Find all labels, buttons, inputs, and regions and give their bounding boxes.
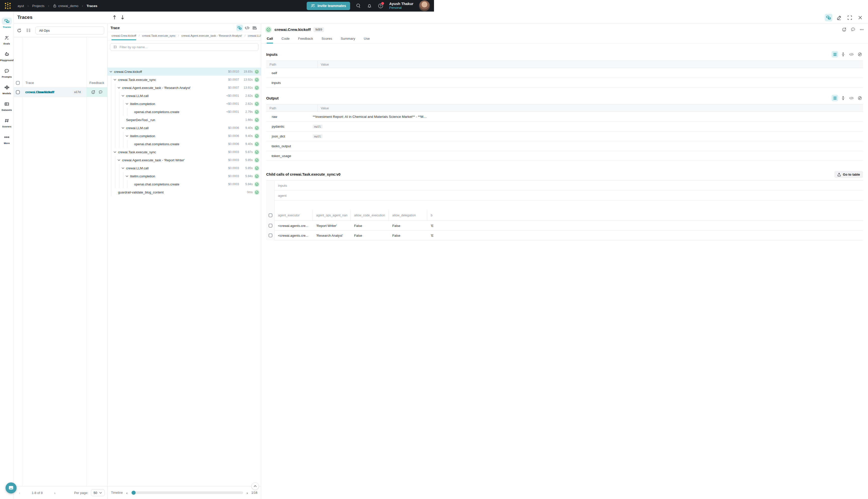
detail-tab[interactable]: Scores xyxy=(322,37,332,44)
chevron-right-icon[interactable]: › xyxy=(266,145,272,147)
prev-call-arrow-icon[interactable] xyxy=(112,14,117,20)
chevron-right-icon[interactable]: › xyxy=(266,154,272,157)
call-tree-row[interactable]: litellm.completion $0.0006 9.40s xyxy=(108,132,261,140)
chevron-down-icon[interactable] xyxy=(113,79,117,81)
call-duration: 13.91s xyxy=(241,86,253,89)
input-row[interactable]: › inputs xyxy=(266,78,434,88)
chevron-down-icon[interactable] xyxy=(113,151,117,153)
detail-tab[interactable]: Summary xyxy=(340,37,355,44)
call-tree-row[interactable]: litellm.completion <$0.0001 2.82s xyxy=(108,100,261,108)
call-tree-row[interactable]: crewai.Agent.execute_task - 'Research An… xyxy=(108,84,261,92)
row-checkbox[interactable] xyxy=(16,90,20,94)
avatar[interactable] xyxy=(419,0,430,11)
call-tree-row[interactable]: crewai.Task.execute_sync $0.0003 5.87s xyxy=(108,148,261,156)
child-call-row[interactable]: <crewai.agents.cre... 'Report Writer' Fa… xyxy=(266,221,434,231)
select-all-checkbox[interactable] xyxy=(16,81,20,85)
chevron-right-icon[interactable]: › xyxy=(266,71,272,74)
output-row[interactable]: › raw **Investment Report: AI in Chemica… xyxy=(266,112,434,122)
chevron-down-icon[interactable] xyxy=(110,71,113,73)
chevron-right-icon[interactable]: › xyxy=(266,81,272,84)
sidebar-item-playground[interactable]: Playground xyxy=(0,48,14,64)
call-cost: <$0.0001 xyxy=(226,102,239,106)
chevron-down-icon[interactable] xyxy=(122,167,126,169)
output-row[interactable]: › json_dict null xyxy=(266,131,434,141)
column-header[interactable]: b xyxy=(427,210,434,221)
wandb-logo-icon[interactable] xyxy=(4,2,12,10)
status-success-icon xyxy=(254,109,259,114)
ops-filter-dropdown[interactable]: All Ops xyxy=(35,26,104,34)
detail-tab[interactable]: Code xyxy=(282,37,289,44)
row-checkbox[interactable] xyxy=(269,233,272,237)
chevron-down-icon[interactable] xyxy=(122,95,126,97)
tree-view-button[interactable] xyxy=(236,25,243,31)
call-breadcrumb-tab[interactable]: crewai.Crew.kickoff xyxy=(112,34,136,40)
call-tree-row[interactable]: litellm.completion $0.0003 5.84s xyxy=(108,172,261,180)
invite-teammates-button[interactable]: Invite teammates xyxy=(307,2,350,10)
column-header[interactable]: agent_executor xyxy=(274,210,313,221)
call-tree-row[interactable]: SerperDevTool._run 1.66s xyxy=(108,116,261,124)
output-row[interactable]: › tasks_output xyxy=(266,141,434,151)
breadcrumb-entity[interactable]: ayut xyxy=(17,4,24,8)
chevron-down-icon[interactable] xyxy=(117,159,122,161)
output-row[interactable]: › pydantic null xyxy=(266,122,434,131)
call-tree-row[interactable]: guardrail-validate_blog_content 0ms xyxy=(108,188,261,196)
flame-graph-button[interactable] xyxy=(251,25,258,31)
chevron-down-icon[interactable] xyxy=(126,135,129,137)
trace-table-row[interactable]: crewai.Crew.kickoff a17d xyxy=(14,87,107,97)
call-tree-row[interactable]: crewai.LLM.call <$0.0001 2.82s xyxy=(108,92,261,100)
chevron-down-icon[interactable] xyxy=(122,127,126,129)
column-header[interactable]: allow_code_execution xyxy=(351,210,389,221)
notifications-bell-icon[interactable] xyxy=(367,3,372,9)
call-breadcrumb-tab[interactable]: crewai.Task.execute_sync xyxy=(136,34,176,40)
call-tree-row[interactable]: crewai.Agent.execute_task - 'Report Writ… xyxy=(108,156,261,164)
call-tree-row[interactable]: crewai.Task.execute_sync $0.0007 13.92s xyxy=(108,76,261,84)
row-checkbox[interactable] xyxy=(269,223,272,227)
status-success-icon xyxy=(254,166,259,171)
trace-section-title: Trace xyxy=(111,26,120,30)
detail-tab[interactable]: Feedback xyxy=(298,37,313,44)
child-call-row[interactable]: <crewai.agents.cre... 'Research Analyst'… xyxy=(266,231,434,241)
call-tree-row[interactable]: openai.chat.completions.create <$0.0001 … xyxy=(108,108,261,116)
select-all-checkbox[interactable] xyxy=(269,213,272,217)
call-tree-row[interactable]: openai.chat.completions.create $0.0006 9… xyxy=(108,140,261,148)
breadcrumb-separator: › xyxy=(82,4,83,8)
columns-filter-icon[interactable] xyxy=(26,28,31,33)
chevron-down-icon[interactable] xyxy=(126,175,129,177)
column-header[interactable]: agent_ops_agent_nan xyxy=(313,210,351,221)
sidebar-item-more[interactable]: More xyxy=(0,131,14,147)
call-tree-row[interactable]: crewai.LLM.call $0.0003 5.85s xyxy=(108,164,261,172)
sidebar-item-models[interactable]: Models xyxy=(0,81,14,97)
sidebar-item-datasets[interactable]: Datasets xyxy=(0,97,14,114)
chevron-down-icon[interactable] xyxy=(126,103,129,105)
call-breadcrumb-tab[interactable]: crewai.LLM.cal xyxy=(242,34,261,40)
sidebar-item-evals[interactable]: Evals xyxy=(0,31,14,48)
next-call-arrow-icon[interactable] xyxy=(120,14,125,20)
trace-link[interactable]: crewai.Crew.kickoff xyxy=(25,90,72,94)
status-success-icon xyxy=(254,190,259,195)
call-tree-row[interactable]: crewai.LLM.call $0.0006 9.40s xyxy=(108,124,261,132)
user-menu[interactable]: Ayush Thakur Personal xyxy=(389,1,413,10)
help-icon[interactable] xyxy=(378,3,383,9)
call-cost: $0.0003 xyxy=(228,182,239,186)
sidebar-item-traces[interactable]: Traces xyxy=(0,15,14,31)
sidebar-item-prompts[interactable]: Prompts xyxy=(0,64,14,81)
op-filter-input[interactable] xyxy=(120,45,255,49)
call-tree-row[interactable]: openai.chat.completions.create $0.0003 5… xyxy=(108,180,261,188)
code-view-button[interactable] xyxy=(244,25,250,31)
call-breadcrumb-tab[interactable]: crewai.Agent.execute_task - 'Research An… xyxy=(176,34,242,40)
input-row[interactable]: › self xyxy=(266,68,434,78)
detail-tab[interactable]: Use xyxy=(364,37,370,44)
detail-tab[interactable]: Call xyxy=(267,37,273,44)
breadcrumb-project[interactable]: crewai_demo xyxy=(58,4,78,8)
column-header[interactable]: allow_delegation xyxy=(389,210,427,221)
call-duration: 2.82s xyxy=(241,102,253,106)
search-icon[interactable] xyxy=(356,3,361,9)
refresh-icon[interactable] xyxy=(17,28,22,33)
output-table-header: Path Value xyxy=(266,104,434,112)
call-tree-row[interactable]: crewai.Crew.kickoff $0.0010 19.83s xyxy=(108,68,261,76)
cell-allow-code-execution: False xyxy=(351,234,389,238)
chevron-down-icon[interactable] xyxy=(117,87,122,89)
breadcrumb-projects[interactable]: Projects xyxy=(32,4,45,8)
sidebar-item-scorers[interactable]: Scorers xyxy=(0,114,14,131)
output-row[interactable]: › token_usage xyxy=(266,151,434,161)
